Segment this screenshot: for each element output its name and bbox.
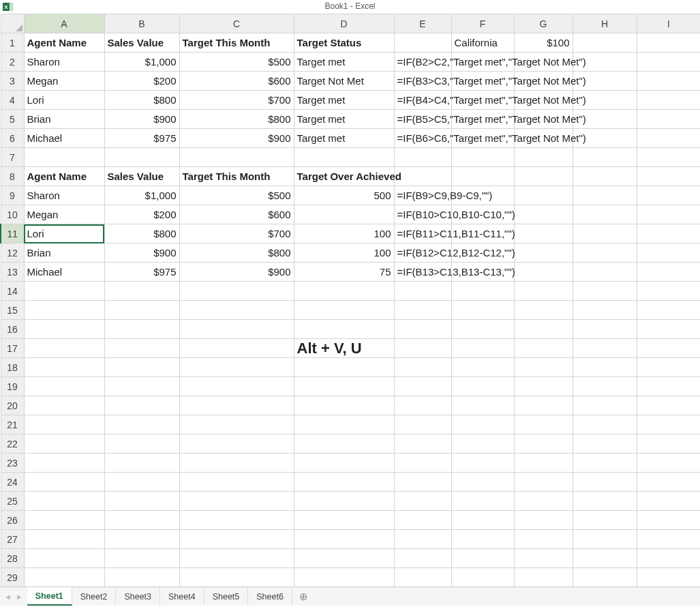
sheet-tab-sheet3[interactable]: Sheet3 (116, 587, 160, 606)
cell-B23[interactable] (104, 454, 179, 473)
cell-F24[interactable] (451, 473, 514, 492)
cell-B19[interactable] (104, 377, 179, 396)
cell-I17[interactable] (637, 339, 700, 358)
cell-E27[interactable] (394, 530, 451, 549)
cell-C27[interactable] (179, 530, 294, 549)
sheet-tab-sheet2[interactable]: Sheet2 (72, 587, 117, 606)
cell-A16[interactable] (24, 320, 104, 339)
cell-D24[interactable] (294, 473, 394, 492)
col-header-D[interactable]: D (294, 14, 394, 33)
cell-E19[interactable] (394, 377, 451, 396)
cell-F14[interactable] (451, 282, 514, 301)
cell-C14[interactable] (179, 282, 294, 301)
cell-F18[interactable] (451, 358, 514, 377)
cell-H14[interactable] (573, 282, 637, 301)
cell-A21[interactable] (24, 415, 104, 434)
cell-B3[interactable]: $200 (104, 72, 179, 91)
cell-A4[interactable]: Lori (24, 91, 104, 110)
cell-D17[interactable]: Alt + V, U (294, 339, 394, 358)
cell-I16[interactable] (637, 320, 700, 339)
cell-C2[interactable]: $500 (179, 53, 294, 72)
nav-prev-icon[interactable]: ◄ (4, 593, 12, 601)
cell-F8[interactable] (451, 167, 514, 186)
cell-H13[interactable] (573, 263, 637, 282)
col-header-E[interactable]: E (394, 14, 451, 33)
cell-C26[interactable] (179, 511, 294, 530)
cell-A2[interactable]: Sharon (24, 53, 104, 72)
cell-A19[interactable] (24, 377, 104, 396)
cell-G11[interactable] (514, 224, 573, 243)
cell-E1[interactable] (394, 33, 451, 53)
cell-A3[interactable]: Megan (24, 72, 104, 91)
cell-D18[interactable] (294, 358, 394, 377)
cell-B5[interactable]: $900 (104, 110, 179, 129)
cell-A24[interactable] (24, 473, 104, 492)
cell-F1[interactable]: California (451, 33, 514, 53)
cell-E21[interactable] (394, 415, 451, 434)
cell-C22[interactable] (179, 434, 294, 454)
cell-B8[interactable]: Sales Value (104, 167, 179, 186)
cell-G28[interactable] (514, 549, 573, 568)
cell-A8[interactable]: Agent Name (24, 167, 104, 186)
row-header-8[interactable]: 8 (1, 167, 24, 186)
row-header-24[interactable]: 24 (1, 473, 24, 492)
cell-H18[interactable] (573, 358, 637, 377)
row-header-19[interactable]: 19 (1, 377, 24, 396)
row-header-26[interactable]: 26 (1, 511, 24, 530)
cell-D12[interactable]: 100 (294, 243, 394, 263)
cell-C23[interactable] (179, 454, 294, 473)
cell-B12[interactable]: $900 (104, 243, 179, 263)
cell-D9[interactable]: 500 (294, 186, 394, 205)
row-header-22[interactable]: 22 (1, 434, 24, 454)
cell-D22[interactable] (294, 434, 394, 454)
cell-G26[interactable] (514, 511, 573, 530)
cell-A20[interactable] (24, 396, 104, 415)
row-header-27[interactable]: 27 (1, 530, 24, 549)
cell-I19[interactable] (637, 377, 700, 396)
cell-I26[interactable] (637, 511, 700, 530)
cell-G24[interactable] (514, 473, 573, 492)
cell-E22[interactable] (394, 434, 451, 454)
cell-C16[interactable] (179, 320, 294, 339)
cell-I12[interactable] (637, 243, 700, 263)
cell-A29[interactable] (24, 568, 104, 587)
cell-E8[interactable] (394, 167, 451, 186)
cell-C29[interactable] (179, 568, 294, 587)
cell-A5[interactable]: Brian (24, 110, 104, 129)
cell-I6[interactable] (637, 129, 700, 148)
cell-E28[interactable] (394, 549, 451, 568)
cell-D5[interactable]: Target met (294, 110, 394, 129)
cell-H12[interactable] (573, 243, 637, 263)
row-header-20[interactable]: 20 (1, 396, 24, 415)
cell-B1[interactable]: Sales Value (104, 33, 179, 53)
cell-B26[interactable] (104, 511, 179, 530)
cell-A15[interactable] (24, 301, 104, 320)
cell-B13[interactable]: $975 (104, 263, 179, 282)
cell-B2[interactable]: $1,000 (104, 53, 179, 72)
sheet-tab-sheet4[interactable]: Sheet4 (160, 587, 204, 606)
cell-E29[interactable] (394, 568, 451, 587)
cell-H19[interactable] (573, 377, 637, 396)
cell-C9[interactable]: $500 (179, 186, 294, 205)
cell-E10[interactable]: =IF(B10>C10,B10-C10,"") (394, 205, 451, 224)
cell-A13[interactable]: Michael (24, 263, 104, 282)
cell-C1[interactable]: Target This Month (179, 33, 294, 53)
cell-D6[interactable]: Target met (294, 129, 394, 148)
cell-A22[interactable] (24, 434, 104, 454)
cell-C4[interactable]: $700 (179, 91, 294, 110)
row-header-6[interactable]: 6 (1, 129, 24, 148)
row-header-23[interactable]: 23 (1, 454, 24, 473)
cell-F29[interactable] (451, 568, 514, 587)
cell-A10[interactable]: Megan (24, 205, 104, 224)
cell-C8[interactable]: Target This Month (179, 167, 294, 186)
cell-H23[interactable] (573, 454, 637, 473)
cell-I18[interactable] (637, 358, 700, 377)
cell-D28[interactable] (294, 549, 394, 568)
cell-B10[interactable]: $200 (104, 205, 179, 224)
row-header-10[interactable]: 10 (1, 205, 24, 224)
cell-B11[interactable]: $800 (104, 224, 179, 243)
cell-B9[interactable]: $1,000 (104, 186, 179, 205)
cell-F7[interactable] (451, 148, 514, 167)
cell-I2[interactable] (637, 53, 700, 72)
cell-E6[interactable]: =IF(B6>C6,"Target met","Target Not Met") (394, 129, 451, 148)
